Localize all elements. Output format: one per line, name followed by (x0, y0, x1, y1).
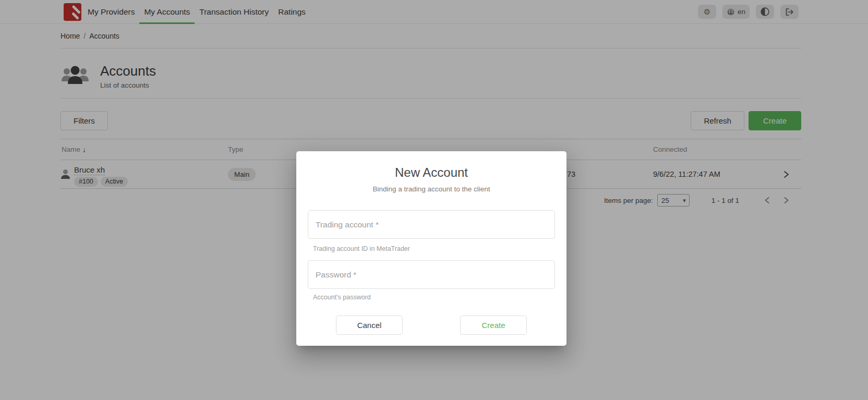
new-account-dialog: New Account Binding a trading account to… (296, 151, 566, 346)
dialog-actions: Cancel Create (296, 316, 566, 335)
trading-account-input[interactable] (308, 210, 555, 239)
cancel-button[interactable]: Cancel (336, 316, 403, 335)
dialog-create-button[interactable]: Create (460, 316, 527, 335)
password-input[interactable] (308, 260, 555, 289)
dialog-title: New Account (296, 165, 566, 180)
trading-account-hint: Trading account ID in MetaTrader (313, 245, 566, 252)
password-hint: Account's password (313, 294, 566, 301)
dialog-subtitle: Binding a trading account to the client (296, 185, 566, 193)
